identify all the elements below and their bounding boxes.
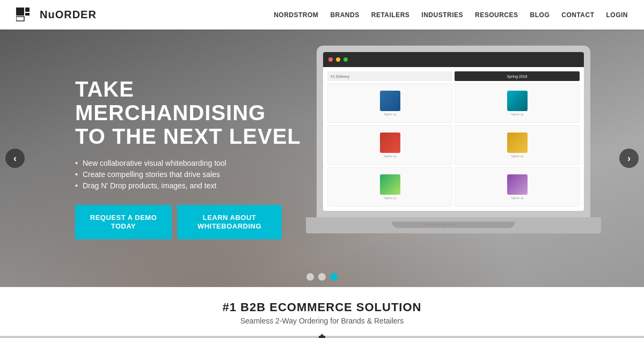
product-label-4: Tighten up bbox=[511, 155, 523, 158]
product-cell-2: Tighten up bbox=[455, 83, 580, 123]
laptop-screen-inner: #1 Delivery Spring 2018 Tighten up Tight… bbox=[323, 52, 584, 211]
hero-bullet-3: Drag N' Drop products, images, and text bbox=[75, 181, 311, 190]
diamond-icon bbox=[319, 334, 325, 338]
header: NuORDER NORDSTROM BRANDS RETAILERS INDUS… bbox=[0, 0, 644, 30]
carousel-prev-button[interactable]: ‹ bbox=[5, 149, 25, 168]
bottom-title: #1 B2B ECOMMERCE SOLUTION bbox=[223, 300, 422, 314]
dot-yellow bbox=[336, 57, 340, 62]
product-cell-3: Tighten up bbox=[327, 125, 452, 165]
main-nav: NORDSTROM BRANDS RETAILERS INDUSTRIES RE… bbox=[274, 11, 628, 19]
svg-rect-1 bbox=[25, 8, 30, 12]
carousel-dots bbox=[306, 273, 338, 281]
learn-whiteboarding-button[interactable]: LEARN ABOUT WHITEBOARDING bbox=[177, 205, 282, 239]
dot-red bbox=[328, 57, 333, 62]
hero-bullets: New collaborative visual whiteboarding t… bbox=[75, 159, 311, 190]
product-cell-6: Tighten up bbox=[455, 167, 580, 207]
product-label-2: Tighten up bbox=[511, 113, 523, 116]
hero-bullet-1: New collaborative visual whiteboarding t… bbox=[75, 159, 311, 167]
screen-header-season: Spring 2018 bbox=[455, 71, 580, 81]
dot-green bbox=[343, 57, 348, 62]
svg-rect-2 bbox=[25, 13, 30, 16]
logo[interactable]: NuORDER bbox=[16, 8, 97, 23]
nav-contact[interactable]: CONTACT bbox=[561, 11, 594, 19]
product-cell-1: Tighten up bbox=[327, 83, 452, 123]
bottom-section: #1 B2B ECOMMERCE SOLUTION Seamless 2-Way… bbox=[0, 287, 644, 338]
hero-content: TAKE MERCHANDISING TO THE NEXT LEVEL New… bbox=[0, 77, 311, 239]
svg-rect-3 bbox=[16, 17, 24, 21]
svg-rect-0 bbox=[16, 8, 24, 16]
screen-header-delivery: #1 Delivery bbox=[327, 71, 452, 81]
carousel-next-button[interactable]: › bbox=[619, 149, 639, 168]
laptop-screen-content: #1 Delivery Spring 2018 Tighten up Tight… bbox=[323, 67, 584, 211]
hero-section: ‹ TAKE MERCHANDISING TO THE NEXT LEVEL N… bbox=[0, 30, 644, 287]
nav-login[interactable]: LOGIN bbox=[606, 11, 628, 19]
hero-title: TAKE MERCHANDISING TO THE NEXT LEVEL bbox=[75, 77, 311, 148]
hero-buttons: REQUEST A DEMO TODAY LEARN ABOUT WHITEBO… bbox=[75, 205, 311, 239]
bottom-subtitle: Seamless 2-Way Ordering for Brands & Ret… bbox=[240, 317, 404, 325]
nav-industries[interactable]: INDUSTRIES bbox=[421, 11, 463, 19]
product-image-6 bbox=[507, 174, 528, 195]
carousel-dot-3[interactable] bbox=[330, 273, 338, 281]
product-label-6: Tighten up bbox=[511, 196, 523, 200]
laptop-screen-outer: #1 Delivery Spring 2018 Tighten up Tight… bbox=[317, 46, 590, 217]
nav-brands[interactable]: BRANDS bbox=[330, 11, 359, 19]
laptop-topbar bbox=[323, 52, 584, 67]
laptop-brand-text: MacBook Air bbox=[424, 223, 457, 226]
product-image-1 bbox=[380, 91, 400, 111]
product-image-4 bbox=[507, 133, 528, 153]
nav-nordstrom[interactable]: NORDSTROM bbox=[274, 11, 318, 19]
nav-retailers[interactable]: RETAILERS bbox=[371, 11, 410, 19]
carousel-dot-2[interactable] bbox=[318, 273, 326, 281]
carousel-dot-1[interactable] bbox=[306, 273, 314, 281]
product-image-2 bbox=[507, 91, 528, 111]
chevron-left-icon: ‹ bbox=[13, 153, 17, 164]
nav-blog[interactable]: BLOG bbox=[530, 11, 550, 19]
request-demo-button[interactable]: REQUEST A DEMO TODAY bbox=[75, 205, 172, 239]
laptop-illustration: #1 Delivery Spring 2018 Tighten up Tight… bbox=[306, 46, 601, 271]
product-label-1: Tighten up bbox=[384, 113, 396, 116]
logo-text: NuORDER bbox=[40, 9, 97, 21]
product-image-3 bbox=[380, 133, 400, 153]
bottom-divider bbox=[0, 336, 644, 338]
product-cell-5: Tighten up bbox=[327, 167, 452, 207]
product-cell-4: Tighten up bbox=[455, 125, 580, 165]
product-image-5 bbox=[380, 174, 400, 195]
product-label-5: Tighten up bbox=[384, 196, 396, 200]
logo-icon bbox=[16, 8, 35, 23]
nav-resources[interactable]: RESOURCES bbox=[475, 11, 518, 19]
chevron-right-icon: › bbox=[627, 153, 631, 164]
hero-bullet-2: Create compelling stories that drive sal… bbox=[75, 170, 311, 179]
product-label-3: Tighten up bbox=[384, 155, 396, 158]
